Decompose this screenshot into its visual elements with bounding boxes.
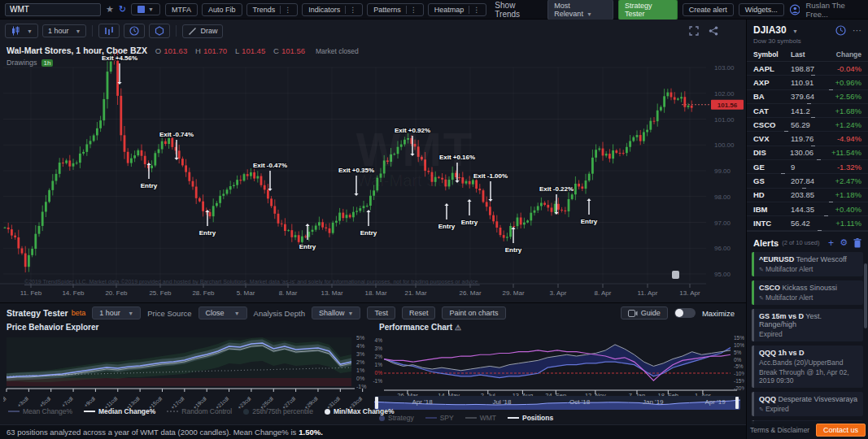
table-row[interactable]: IBM144.35+0.40% [747,202,868,216]
alert-subtitle: ✎Multifactor Alert [759,265,858,273]
paint-on-charts-button[interactable]: Paint on charts [442,306,505,319]
add-alert-icon[interactable]: + [828,237,834,249]
brush-handle-left[interactable] [375,397,378,409]
change-cell: +1.68% [833,106,861,115]
svg-text:-1%: -1% [356,384,366,389]
toolbar-button-indicators[interactable]: Indicators⋮ [302,3,363,16]
refresh-icon[interactable]: ↻ [119,4,126,15]
tester-interval-dropdown[interactable]: 1 hour▼ [92,306,141,319]
copyright-notice[interactable]: ©2019 TrendSpider LLC. Market data ©2019… [24,279,480,285]
symbol-search-input[interactable] [5,3,101,16]
contact-us-button[interactable]: Contact us [816,424,866,437]
menu-dots-icon[interactable]: ⋮ [469,6,480,14]
menu-dots-icon[interactable]: ⋮ [345,6,356,14]
alert-detail: Break Through @ 1h, Apr 02, 2019 09:30 [759,368,858,385]
legend-item-wmt[interactable]: WMT [465,414,496,422]
legend-item-mean-change-[interactable]: Mean Change% [8,407,72,415]
toolbar-button-heatmap[interactable]: Heatmap⋮ [428,3,487,16]
legend-item-spy[interactable]: SPY [425,414,454,422]
candlestick-chart[interactable]: 103.00102.00101.00100.0099.0098.0097.009… [0,41,746,302]
toolbar-button-trends[interactable]: Trends⋮ [246,3,299,16]
brush-handle-right[interactable] [735,397,739,409]
menu-dots-icon[interactable]: ⋮ [406,6,417,14]
table-row[interactable]: AAPL198.87-0.04% [747,62,868,76]
share-icon[interactable] [709,26,718,36]
user-name[interactable]: Ruslan The Free... [805,1,863,19]
warning-icon[interactable]: ⚠ [455,324,461,332]
table-row[interactable]: BA379.64+2.56% [747,90,868,104]
time-ranges-button[interactable] [124,24,145,38]
widgets-button[interactable]: Widgets... [739,3,784,16]
chart-canvas[interactable]: Wal-Mart Stores, 1 hour, Cboe BZX O 101.… [0,41,746,302]
toolbar-button-auto-fib[interactable]: Auto Fib [202,3,242,16]
table-row[interactable]: DIS130.06+11.54% [747,146,868,160]
watchlist-menu-icon[interactable]: ⋯ [853,25,861,36]
performance-chart[interactable]: 15%10%5%0%-5%-10%-15%-20%4%3%2%1%0%-1%26… [373,334,744,398]
timeline-brush[interactable]: Apr '18Jul '18Oct '18Jan '19Apr '19 [374,396,740,410]
alert-item[interactable]: QQQ Desperate Visvesvaraya✎Expired [752,392,863,416]
user-avatar-icon[interactable] [790,4,800,15]
alert-item[interactable]: QQQ 1h vs DAcc.Bands (20)/UpperBandBreak… [752,346,863,388]
toolbar-button-mtfa[interactable]: MTFA [165,3,198,16]
svg-text:100.00: 100.00 [714,141,735,149]
table-row[interactable]: CSCO56.29+1.24% [747,118,868,132]
alert-item[interactable]: GS 15m vs D Yest. Range/highExpired [752,309,863,341]
market-status: Market closed [316,47,359,55]
test-button[interactable]: Test [367,306,395,319]
symbol-cell: CVX [753,134,791,143]
alert-item[interactable]: CSCO Kickass Sinoussi✎Multifactor Alert [752,280,863,305]
legend-item-positions[interactable]: Positions [508,414,553,422]
line-marker-icon [465,417,477,419]
shapes-button[interactable] [149,24,170,38]
drawings-timeframe-badge[interactable]: 1h [41,59,54,67]
price-behavior-chart[interactable]: 5%4%3%2%1%0%-1%+1cdl+3cdl+5cdl+7cdl+9cdl… [3,334,371,415]
table-row[interactable]: INTC56.42+1.11% [747,216,868,230]
svg-text:5. Mar: 5. Mar [237,289,255,297]
draw-button[interactable]: Draw [182,24,223,38]
fullscreen-icon[interactable] [689,26,699,36]
analysis-depth-label: Analysis Depth [254,309,305,318]
svg-text:Entry: Entry [461,219,478,226]
analysis-depth-dropdown[interactable]: Shallow▼ [312,306,360,319]
alert-subtitle: Acc.Bands (20)/UpperBand [759,359,858,367]
last-price-cell: 144.35 [791,205,833,214]
table-row[interactable]: GS207.84+2.47% [747,174,868,188]
alerts-scrollbar[interactable] [864,263,867,328]
alerts-settings-gear-icon[interactable]: ⚙ [840,237,848,248]
table-row[interactable]: GE9-1.32% [747,160,868,174]
chart-style-dropdown[interactable]: ▼ [131,3,160,15]
maximize-toggle[interactable] [674,308,696,318]
legend-item-median-change-[interactable]: Median Change% [84,407,155,415]
svg-text:Exit -0.47%: Exit -0.47% [253,162,287,169]
svg-text:98.00: 98.00 [714,193,731,201]
compare-button[interactable] [98,24,120,38]
alert-subtitle: ✎Expired [759,405,858,413]
history-clock-icon[interactable] [835,25,846,36]
toolbar-button-patterns[interactable]: Patterns⋮ [367,3,424,16]
table-row[interactable]: HD203.85+1.18% [747,189,868,202]
legend-item-25th-75th-percentile[interactable]: 25th/75th percentile [243,407,313,415]
trash-icon[interactable] [853,238,861,248]
menu-dots-icon[interactable]: ⋮ [280,6,291,14]
candle-type-dropdown[interactable]: ▼ [5,24,38,38]
create-alert-button[interactable]: Create alert [683,3,734,16]
maximize-label: Maximize [702,309,735,318]
interval-dropdown[interactable]: 1 hour▼ [42,24,86,37]
guide-button[interactable]: Guide [621,306,668,319]
table-row[interactable]: CVX119.76-4.94% [747,132,868,146]
alert-item[interactable]: ^EURUSD Tender Wescoff✎Multifactor Alert [752,252,863,276]
price-source-dropdown[interactable]: Close▼ [198,306,247,319]
watchlist-title-dropdown[interactable]: DJIA30 ▼ [753,24,798,36]
svg-text:Exit +0.35%: Exit +0.35% [338,167,374,174]
table-row[interactable]: AXP110.91+0.96% [747,76,868,89]
legend-item-random-control[interactable]: Random Control [167,407,232,415]
terms-link[interactable]: Terms & Disclaimer [750,426,809,434]
svg-text:18. Mar: 18. Mar [364,289,386,297]
strategy-tester-button[interactable]: Strategy Tester [618,0,678,20]
legend-item-strategy[interactable]: Strategy [379,414,414,422]
svg-text:95.00: 95.00 [714,271,731,278]
table-row[interactable]: CAT141.2+1.68% [747,104,868,118]
favorite-star-icon[interactable]: ★ [106,4,114,15]
relevance-dropdown[interactable]: Most Relevant▼ [547,0,613,20]
reset-button[interactable]: Reset [402,306,436,319]
